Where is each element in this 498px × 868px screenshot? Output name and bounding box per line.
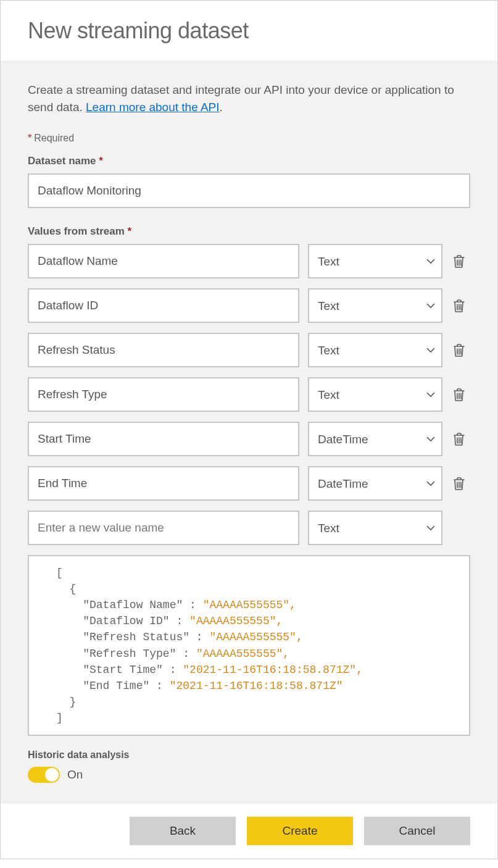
value-type-select[interactable]: TextNumberDateTime bbox=[308, 511, 442, 545]
historic-label: Historic data analysis bbox=[28, 749, 470, 761]
stream-value-row: TextNumberDateTime bbox=[28, 288, 470, 323]
trash-icon bbox=[452, 387, 466, 402]
description-post: . bbox=[220, 101, 223, 114]
streaming-dataset-dialog: New streaming dataset Create a streaming… bbox=[0, 0, 498, 859]
trash-icon bbox=[452, 298, 466, 313]
stream-value-row: TextNumberDateTime bbox=[28, 377, 470, 412]
delete-row-button[interactable] bbox=[451, 297, 467, 314]
required-label: Required bbox=[34, 133, 74, 143]
type-select-wrap: TextNumberDateTime bbox=[308, 422, 442, 456]
type-select-wrap: TextNumberDateTime bbox=[308, 244, 442, 278]
delete-row-button[interactable] bbox=[451, 430, 467, 448]
value-type-select[interactable]: TextNumberDateTime bbox=[308, 466, 442, 501]
value-type-select[interactable]: TextNumberDateTime bbox=[308, 377, 442, 412]
value-name-input[interactable] bbox=[28, 377, 299, 412]
json-preview: [ { "Dataflow Name" : "AAAAA555555", "Da… bbox=[28, 555, 470, 736]
stream-value-row: TextNumberDateTime bbox=[28, 422, 470, 456]
values-label-text: Values from stream bbox=[28, 225, 125, 237]
learn-more-link[interactable]: Learn more about the API bbox=[86, 101, 220, 114]
create-button[interactable]: Create bbox=[247, 817, 353, 845]
new-value-name-input[interactable] bbox=[28, 511, 299, 545]
trash-icon bbox=[452, 343, 466, 357]
values-from-stream-label: Values from stream * bbox=[28, 225, 470, 238]
type-select-wrap: TextNumberDateTime bbox=[308, 333, 442, 367]
toggle-row: On bbox=[28, 767, 470, 783]
dialog-title: New streaming dataset bbox=[28, 18, 470, 44]
new-value-row: TextNumberDateTime bbox=[28, 511, 470, 545]
historic-section: Historic data analysis On bbox=[28, 749, 470, 783]
trash-icon bbox=[452, 432, 466, 446]
toggle-knob-icon bbox=[45, 768, 59, 782]
type-select-wrap: TextNumberDateTime bbox=[308, 511, 442, 545]
type-select-wrap: TextNumberDateTime bbox=[308, 288, 442, 323]
asterisk-icon: * bbox=[28, 133, 31, 143]
type-select-wrap: TextNumberDateTime bbox=[308, 466, 442, 501]
value-name-input[interactable] bbox=[28, 466, 299, 501]
stream-value-row: TextNumberDateTime bbox=[28, 466, 470, 501]
delete-row-button[interactable] bbox=[451, 386, 467, 403]
historic-toggle[interactable] bbox=[28, 767, 60, 783]
value-name-input[interactable] bbox=[28, 422, 299, 456]
value-type-select[interactable]: TextNumberDateTime bbox=[308, 422, 442, 456]
cancel-button[interactable]: Cancel bbox=[364, 817, 470, 845]
type-select-wrap: TextNumberDateTime bbox=[308, 377, 442, 412]
value-type-select[interactable]: TextNumberDateTime bbox=[308, 244, 442, 278]
trash-icon bbox=[452, 254, 466, 269]
asterisk-icon: * bbox=[99, 155, 103, 167]
value-type-select[interactable]: TextNumberDateTime bbox=[308, 288, 442, 323]
description-text: Create a streaming dataset and integrate… bbox=[28, 81, 470, 115]
delete-row-button[interactable] bbox=[451, 475, 467, 492]
dialog-footer: Back Create Cancel bbox=[1, 803, 497, 859]
dataset-name-label-text: Dataset name bbox=[28, 155, 96, 167]
stream-value-row: TextNumberDateTime bbox=[28, 244, 470, 278]
dataset-name-input[interactable] bbox=[28, 173, 470, 208]
stream-values-list: TextNumberDateTime TextNumberDateTime Te… bbox=[28, 244, 470, 545]
value-name-input[interactable] bbox=[28, 244, 299, 278]
dialog-header: New streaming dataset bbox=[1, 1, 497, 62]
asterisk-icon: * bbox=[128, 225, 132, 237]
value-name-input[interactable] bbox=[28, 333, 299, 367]
delete-row-button[interactable] bbox=[451, 252, 467, 270]
value-type-select[interactable]: TextNumberDateTime bbox=[308, 333, 442, 367]
dialog-body: Create a streaming dataset and integrate… bbox=[1, 62, 497, 803]
trash-icon bbox=[452, 476, 466, 491]
dataset-name-label: Dataset name * bbox=[28, 155, 470, 167]
stream-value-row: TextNumberDateTime bbox=[28, 333, 470, 367]
dataset-name-section: Dataset name * bbox=[28, 155, 470, 208]
toggle-state-text: On bbox=[67, 768, 83, 782]
value-name-input[interactable] bbox=[28, 288, 299, 323]
back-button[interactable]: Back bbox=[130, 817, 236, 845]
required-note: *Required bbox=[28, 133, 470, 144]
delete-row-button[interactable] bbox=[451, 341, 467, 359]
